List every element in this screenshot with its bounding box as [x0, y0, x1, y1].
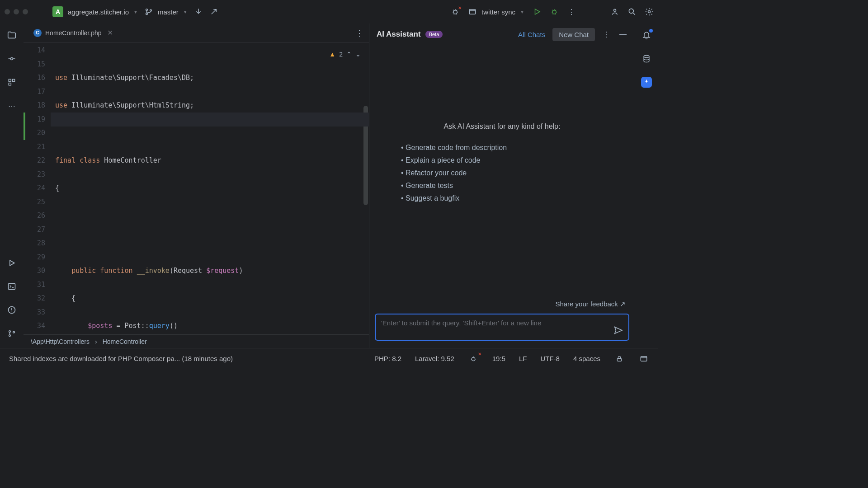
- debug-icon[interactable]: [550, 7, 559, 16]
- commit-tool-icon[interactable]: [6, 53, 17, 64]
- ai-input-placeholder: 'Enter' to submit the query, 'Shift+Ente…: [381, 319, 541, 327]
- minimize-panel-icon[interactable]: —: [618, 30, 627, 39]
- svg-point-6: [614, 9, 616, 11]
- svg-rect-12: [9, 83, 11, 85]
- status-encoding[interactable]: UTF-8: [540, 355, 560, 362]
- branch-name: master: [158, 8, 179, 16]
- window-controls: [5, 9, 28, 14]
- branch-icon: [144, 7, 153, 16]
- deployment-icon[interactable]: [638, 353, 649, 364]
- current-line-highlight: [51, 113, 369, 127]
- left-tool-bar: ⋯: [0, 23, 24, 348]
- editor-tabs: C HomeController.php ✕ ⋮: [24, 23, 369, 42]
- notifications-icon[interactable]: [641, 30, 652, 41]
- status-indent[interactable]: 4 spaces: [573, 355, 600, 362]
- minimize-window[interactable]: [14, 9, 19, 14]
- search-icon[interactable]: [627, 7, 637, 16]
- more-tool-icon[interactable]: ⋯: [6, 100, 17, 111]
- svg-rect-11: [12, 79, 14, 81]
- readonly-icon[interactable]: [614, 353, 625, 364]
- editor-tab[interactable]: C HomeController.php ✕: [29, 23, 118, 42]
- svg-point-15: [9, 331, 10, 333]
- send-icon[interactable]: [613, 325, 623, 335]
- structure-tool-icon[interactable]: [6, 77, 17, 88]
- code-with-me-icon[interactable]: [610, 7, 619, 16]
- svg-rect-20: [617, 358, 621, 361]
- vcs-branch-selector[interactable]: master ▼: [144, 7, 188, 16]
- more-actions-icon[interactable]: ⋮: [567, 7, 576, 16]
- svg-point-2: [150, 9, 152, 11]
- editor-area: C HomeController.php ✕ ⋮ ▲ 2 ⌃ ⌄ 1415161…: [24, 23, 369, 348]
- chevron-down-icon: ▼: [183, 9, 188, 14]
- svg-rect-10: [9, 79, 11, 81]
- status-cursor-position[interactable]: 19:5: [492, 355, 505, 362]
- title-bar: A aggregate.stitcher.io ▼ master ▼ twitt…: [0, 0, 658, 23]
- close-window[interactable]: [5, 9, 10, 14]
- services-tool-icon[interactable]: [6, 258, 17, 268]
- ai-suggestions: • Generate code from description • Expla…: [401, 141, 603, 205]
- maximize-window[interactable]: [23, 9, 28, 14]
- svg-rect-13: [8, 283, 15, 289]
- code-content[interactable]: use Illuminate\Support\Facades\DB; use I…: [51, 42, 369, 334]
- status-php[interactable]: PHP: 8.2: [374, 355, 401, 362]
- vcs-push-icon[interactable]: [209, 7, 218, 16]
- problems-tool-icon[interactable]: [6, 305, 17, 315]
- svg-point-18: [644, 56, 649, 58]
- new-chat-button[interactable]: New Chat: [552, 28, 595, 41]
- svg-point-19: [472, 357, 475, 361]
- inspection-widget[interactable]: ▲ 2 ⌃ ⌄: [329, 51, 361, 58]
- all-chats-link[interactable]: All Chats: [518, 31, 545, 38]
- ai-assistant-tool-icon[interactable]: [641, 77, 652, 88]
- project-tool-icon[interactable]: [6, 30, 17, 41]
- tab-more-icon[interactable]: ⋮: [355, 28, 363, 38]
- run-config-selector[interactable]: twitter sync ▼: [468, 7, 524, 16]
- warning-icon: ▲: [329, 51, 335, 58]
- ai-title: AI Assistant: [377, 30, 421, 39]
- tab-filename: HomeController.php: [45, 29, 102, 37]
- svg-point-17: [13, 331, 14, 333]
- status-bar: Shared indexes are downloaded for PHP Co…: [0, 348, 658, 369]
- run-config-name: twitter sync: [481, 8, 515, 16]
- svg-point-8: [648, 11, 651, 13]
- database-tool-icon[interactable]: [641, 53, 652, 64]
- chevron-down-icon: ▼: [133, 9, 138, 14]
- git-tool-icon[interactable]: [6, 328, 17, 339]
- breadcrumb-class[interactable]: HomeController: [103, 338, 147, 345]
- xdebug-icon[interactable]: [468, 353, 479, 364]
- status-laravel[interactable]: Laravel: 9.52: [415, 355, 454, 362]
- close-tab-icon[interactable]: ✕: [107, 28, 113, 37]
- svg-point-5: [552, 10, 556, 14]
- terminal-tool-icon[interactable]: [6, 281, 17, 292]
- project-selector[interactable]: A aggregate.stitcher.io ▼: [52, 6, 138, 17]
- warning-count: 2: [339, 51, 343, 58]
- breadcrumb-namespace[interactable]: \App\Http\Controllers: [31, 338, 90, 345]
- breadcrumb-separator: ›: [95, 338, 97, 345]
- feedback-link[interactable]: Share your feedback ↗: [369, 300, 635, 314]
- beta-badge: Beta: [425, 31, 443, 38]
- inspections-icon[interactable]: [451, 7, 460, 16]
- svg-point-0: [146, 9, 148, 11]
- prev-highlight-icon[interactable]: ⌃: [346, 51, 352, 58]
- next-highlight-icon[interactable]: ⌄: [355, 51, 361, 58]
- run-config-icon: [468, 7, 477, 16]
- right-tool-bar: [635, 23, 658, 348]
- breadcrumb[interactable]: \App\Http\Controllers › HomeController: [24, 334, 369, 348]
- svg-rect-21: [641, 356, 647, 361]
- status-line-separator[interactable]: LF: [519, 355, 527, 362]
- run-icon[interactable]: [533, 7, 542, 16]
- svg-point-1: [146, 13, 148, 15]
- line-gutter: 1415161718192021222324252627282930313233…: [24, 42, 51, 334]
- ai-chat-input[interactable]: 'Enter' to submit the query, 'Shift+Ente…: [375, 314, 629, 341]
- svg-point-9: [10, 58, 13, 60]
- ai-prompt-text: Ask AI Assistant for any kind of help:: [401, 122, 603, 131]
- settings-icon[interactable]: [645, 7, 654, 16]
- vcs-pull-icon[interactable]: [194, 7, 203, 16]
- project-name: aggregate.stitcher.io: [68, 8, 129, 16]
- ai-more-icon[interactable]: ⋮: [602, 30, 611, 39]
- ai-body: Ask AI Assistant for any kind of help: •…: [369, 45, 635, 300]
- status-message[interactable]: Shared indexes are downloaded for PHP Co…: [9, 355, 233, 362]
- chevron-down-icon: ▼: [520, 9, 524, 14]
- php-file-icon: C: [33, 29, 42, 37]
- code-editor[interactable]: ▲ 2 ⌃ ⌄ 14151617181920212223242526272829…: [24, 42, 369, 334]
- svg-point-16: [9, 335, 10, 337]
